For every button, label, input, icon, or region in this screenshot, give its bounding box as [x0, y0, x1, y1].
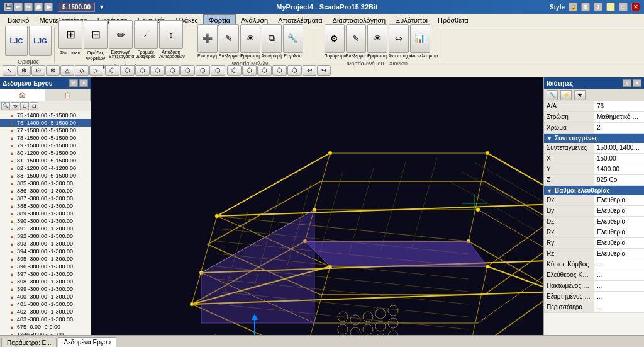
list-item[interactable]: ▲75 -1400.00 -5-1500.00	[0, 111, 91, 119]
list-item[interactable]: ▲398 -300.00 -1-300.00	[0, 278, 91, 285]
panel-pin-btn[interactable]: #	[69, 79, 78, 87]
right-panel-pin-btn[interactable]: #	[623, 79, 631, 87]
input-edit-btn[interactable]: ✏	[109, 20, 133, 49]
menu-basic[interactable]: Βασικό	[3, 15, 34, 25]
prop-value[interactable]: Ελευθερία	[594, 227, 644, 237]
tb2-btn-15[interactable]: ⬡	[211, 65, 225, 76]
close-button[interactable]: ✕	[631, 3, 640, 11]
tb2-btn-8[interactable]: ⬡	[105, 65, 119, 76]
list-item[interactable]: ▲403 -300.00 -1-300.00	[0, 316, 91, 323]
list-item[interactable]: ▲396 -300.00 -1-300.00	[0, 263, 91, 270]
rp-tab-1[interactable]: 🔧	[547, 90, 558, 100]
tb2-btn-7[interactable]: ▷	[89, 65, 103, 76]
canvas-area[interactable]	[91, 77, 543, 335]
bottom-tab-1[interactable]: Παράμετρο: Ε...	[1, 338, 57, 347]
panel-tool-1[interactable]: 🔍	[1, 102, 10, 110]
params-btn[interactable]: ⚙	[325, 24, 345, 53]
help-icon[interactable]: ?	[594, 3, 602, 11]
section-collapse-icon[interactable]: ▼	[547, 135, 552, 142]
edit2-btn[interactable]: ✎	[346, 24, 366, 53]
dropdown-arrow[interactable]: ▼	[99, 4, 104, 10]
prop-value[interactable]: ...	[594, 270, 644, 280]
layout-icon[interactable]: ⊞	[581, 3, 590, 11]
minimize-button[interactable]: _	[606, 3, 615, 11]
results-btn[interactable]: 📊	[410, 24, 430, 53]
prop-value[interactable]: 825 Co	[594, 175, 644, 185]
tb2-btn-17[interactable]: ⬡	[242, 65, 257, 76]
list-item[interactable]: ▲81 -1500.00 -5-1500.00	[0, 157, 91, 164]
tb2-btn-6[interactable]: ◇	[75, 65, 89, 76]
bottom-tab-2[interactable]: Δεδομένα Εργου	[58, 337, 116, 347]
panel-close-btn[interactable]: ✕	[79, 79, 88, 87]
tb2-btn-5[interactable]: △	[60, 65, 74, 76]
tb2-btn-21[interactable]: ↩	[303, 65, 316, 76]
prop-value[interactable]: Ελευθερία	[594, 238, 644, 248]
prop-value[interactable]: Ελευθερία	[594, 217, 644, 227]
list-item[interactable]: ▲82 -1200.00 -4-1200.00	[0, 164, 91, 172]
redo-icon[interactable]: ↪	[24, 3, 33, 11]
list-item[interactable]: ▲388 -300.00 -1-300.00	[0, 202, 91, 210]
panel-tool-4[interactable]: ⊟	[30, 102, 38, 110]
restore-button[interactable]: □	[619, 3, 628, 11]
tb2-btn-1[interactable]: ↖	[3, 65, 16, 76]
section-collapse-icon[interactable]: ▼	[547, 188, 552, 194]
tb2-btn-13[interactable]: ⬡	[180, 65, 195, 76]
tb2-btn-12[interactable]: ⬡	[165, 65, 180, 76]
tb2-btn-19[interactable]: ⬡	[272, 65, 287, 76]
copy-btn[interactable]: ⧉	[262, 24, 282, 53]
ljg-button[interactable]: LJG	[29, 26, 52, 56]
panel-tool-3[interactable]: ⊞	[20, 102, 29, 110]
rp-tab-3[interactable]: ★	[574, 90, 586, 100]
tb2-btn-22[interactable]: ↪	[317, 65, 331, 76]
prop-value[interactable]: Ελευθερία	[594, 249, 644, 259]
list-item[interactable]: ▲391 -300.00 -1-300.00	[0, 225, 91, 232]
tb2-btn-14[interactable]: ⬡	[196, 65, 210, 76]
list-item[interactable]: ▲386 -300.00 -1-300.00	[0, 187, 91, 195]
left-panel-tab-1[interactable]: 🏠	[0, 89, 45, 101]
list-item[interactable]: ▲402 -300.00 -1-300.00	[0, 308, 91, 316]
tb2-btn-11[interactable]: ⬡	[150, 65, 165, 76]
tools-btn[interactable]: 🔧	[283, 24, 303, 53]
view-icon[interactable]: ◉	[34, 3, 43, 11]
lines-diff-btn[interactable]: ⟋	[134, 20, 158, 49]
prop-value[interactable]: 1400.00	[594, 164, 644, 174]
tb2-btn-2[interactable]: ⊕	[17, 65, 31, 76]
list-item[interactable]: ▲393 -300.00 -1-300.00	[0, 240, 91, 247]
prop-value[interactable]: 76	[594, 101, 644, 111]
list-item[interactable]: ▲401 -300.00 -1-300.00	[0, 300, 91, 308]
rp-tab-2[interactable]: ⚡	[560, 90, 572, 100]
tb2-btn-20[interactable]: ⬡	[287, 65, 302, 76]
left-panel-tab-2[interactable]: 📋	[45, 89, 91, 101]
right-panel-close-btn[interactable]: ✕	[633, 79, 641, 87]
list-item[interactable]: ▲675 -0.00 -0-0.00	[0, 323, 91, 331]
prop-value[interactable]: ...	[594, 259, 644, 270]
list-item[interactable]: ▲80 -1200.00 -5-1500.00	[0, 149, 91, 157]
match-btn[interactable]: ⇔	[389, 24, 409, 53]
lock-icon[interactable]: 🔒	[569, 3, 577, 11]
prop-value[interactable]: ...	[594, 292, 644, 302]
prop-value[interactable]: ...	[594, 281, 644, 291]
list-item[interactable]: ▲385 -300.00 -1-300.00	[0, 179, 91, 187]
prop-value[interactable]: Ελευθερία	[594, 195, 644, 205]
current-tab[interactable]: 5-1500.00	[58, 3, 95, 12]
tb2-btn-3[interactable]: ⊙	[31, 65, 45, 76]
tb2-btn-9[interactable]: ⬡	[120, 65, 135, 76]
list-item[interactable]: ▲77 -1500.00 -5-1500.00	[0, 127, 91, 134]
assign-reactions-btn[interactable]: ↕	[159, 20, 183, 49]
prop-value[interactable]: Ελευθερία	[594, 206, 644, 216]
list-item[interactable]: ▲400 -300.00 -1-300.00	[0, 293, 91, 300]
list-item[interactable]: ▲392 -300.00 -1-300.00	[0, 232, 91, 240]
undo-icon[interactable]: ↩	[14, 3, 23, 11]
edit-btn[interactable]: ✎	[219, 24, 239, 53]
quick-access-icon[interactable]: 💾	[4, 3, 13, 11]
tb2-btn-4[interactable]: ⊗	[46, 65, 60, 76]
list-item[interactable]: ▲397 -300.00 -1-300.00	[0, 270, 91, 278]
prop-value[interactable]: 2	[594, 123, 644, 133]
prop-value[interactable]: 150.00	[594, 154, 644, 164]
tb2-btn-10[interactable]: ⬡	[135, 65, 150, 76]
list-item[interactable]: ▲394 -300.00 -1-300.00	[0, 247, 91, 255]
list-item[interactable]: ▲390 -300.00 -1-300.00	[0, 217, 91, 225]
list-item[interactable]: ▲78 -1500.00 -5-1500.00	[0, 134, 91, 142]
list-item[interactable]: ▲395 -300.00 -1-300.00	[0, 255, 91, 263]
list-item[interactable]: ▲399 -300.00 -1-300.00	[0, 285, 91, 293]
